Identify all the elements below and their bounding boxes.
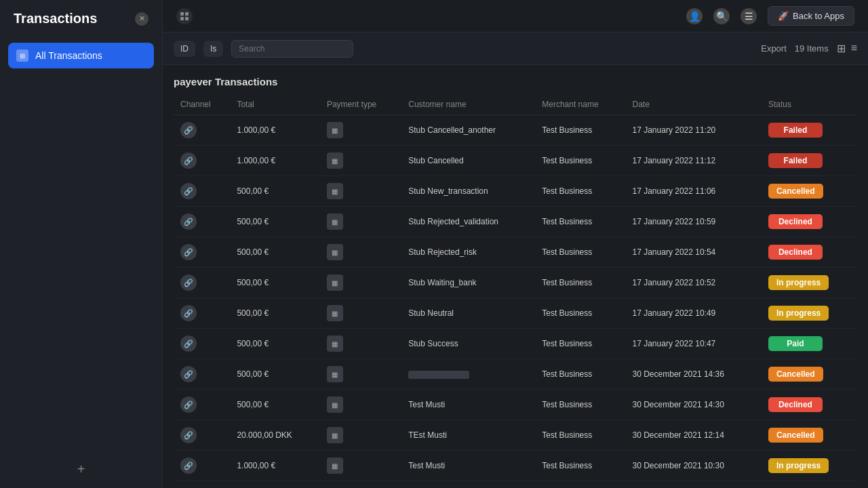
col-status: Status <box>762 94 857 115</box>
cell-status: Declined <box>762 207 857 237</box>
cell-status: Failed <box>762 115 857 146</box>
customer-name: Stub New_transaction <box>408 186 488 196</box>
col-total: Total <box>230 94 319 115</box>
export-button[interactable]: Export <box>761 43 787 54</box>
table-row[interactable]: 🔗 1.000,00 € ▦ Stub Cancelled Test Busin… <box>174 146 857 176</box>
payment-type-icon: ▦ <box>327 305 343 321</box>
customer-name: Test Musti <box>408 461 445 470</box>
cell-total: 500,00 € <box>230 237 319 268</box>
list-view-icon[interactable]: ≡ <box>851 42 857 55</box>
search-icon[interactable]: 🔍 <box>713 8 730 24</box>
cell-merchant-name: Test Business <box>535 268 625 298</box>
cell-customer-name: Stub Waiting_bank <box>401 268 535 298</box>
cell-payment-type: ▦ <box>320 420 401 451</box>
user-icon[interactable]: 👤 <box>686 8 703 24</box>
payment-type-icon: ▦ <box>327 214 343 230</box>
sidebar-header: Transactions ✕ <box>0 0 162 37</box>
sidebar-title: Transactions <box>14 11 97 26</box>
table-row[interactable]: 🔗 500,00 € ▦ Stub Neutral Test Business … <box>174 298 857 329</box>
cell-payment-type: ▦ <box>320 329 401 359</box>
id-filter[interactable]: ID <box>174 41 195 57</box>
cell-date: 30 December 2021 14:30 <box>626 390 762 420</box>
cell-date: 17 January 2022 10:52 <box>626 268 762 298</box>
payment-type-icon: ▦ <box>327 152 343 169</box>
status-badge: Failed <box>768 123 823 138</box>
cell-customer-name <box>401 359 535 390</box>
status-badge: Cancelled <box>768 367 823 382</box>
cell-status: Cancelled <box>762 176 857 207</box>
cell-total: 500,00 € <box>230 268 319 298</box>
col-channel: Channel <box>174 94 230 115</box>
cell-status: In progress <box>762 298 857 329</box>
main-content: 👤 🔍 ☰ 🚀 Back to Apps ID Is Export 19 Ite… <box>163 0 868 488</box>
cell-payment-type: ▦ <box>320 115 401 146</box>
cell-status: In progress <box>762 268 857 298</box>
table-row[interactable]: 🔗 500,00 € ▦ Test Musti Test Business 30… <box>174 390 857 420</box>
sidebar-item-label: All Transactions <box>35 50 102 61</box>
customer-name: Stub Rejected_validation <box>408 217 498 226</box>
cell-status: In progress <box>762 481 857 489</box>
search-input[interactable] <box>231 40 353 58</box>
status-badge: In progress <box>768 275 829 290</box>
payment-type-icon: ▦ <box>327 183 343 199</box>
cell-date: 17 January 2022 10:59 <box>626 207 762 237</box>
cell-merchant-name: Test Business <box>535 115 625 146</box>
table-row[interactable]: 🔗 500,00 € ▦ Stub Rejected_validation Te… <box>174 207 857 237</box>
id-filter-label: ID <box>180 44 189 54</box>
channel-icon: 🔗 <box>180 183 197 199</box>
table-row[interactable]: 🔗 500,00 € ▦ Test Business 30 December 2… <box>174 359 857 390</box>
cell-customer-name: Stub Cancelled <box>401 146 535 176</box>
sidebar-item-all-transactions[interactable]: ⊞ All Transactions <box>8 43 154 68</box>
app-icon <box>176 8 193 24</box>
col-merchant-name: Merchant name <box>535 94 625 115</box>
sidebar-close-button[interactable]: ✕ <box>135 12 149 26</box>
menu-icon[interactable]: ☰ <box>741 8 757 24</box>
view-toggle: ⊞ ≡ <box>837 42 857 55</box>
cell-status: In progress <box>762 451 857 481</box>
cell-payment-type: ▦ <box>320 237 401 268</box>
cell-customer-name: Test Musti <box>401 451 535 481</box>
sidebar: Transactions ✕ ⊞ All Transactions + <box>0 0 163 488</box>
cell-channel: 🔗 <box>174 481 230 489</box>
add-item-button[interactable]: + <box>73 461 90 477</box>
cell-payment-type: ▦ <box>320 390 401 420</box>
cell-merchant-name: Test Business <box>535 146 625 176</box>
cell-channel: 🔗 <box>174 207 230 237</box>
table-row[interactable]: 🔗 20.000,00 DKK ▦ TEst Musti Test Busine… <box>174 420 857 451</box>
customer-name: Stub Cancelled_another <box>408 125 496 135</box>
cell-merchant-name: Test Business <box>535 176 625 207</box>
is-filter-label: Is <box>210 44 216 54</box>
channel-icon: 🔗 <box>180 274 197 291</box>
payment-type-icon: ▦ <box>327 274 343 291</box>
cell-total: 1.000,00 € <box>230 451 319 481</box>
cell-channel: 🔗 <box>174 390 230 420</box>
channel-icon: 🔗 <box>180 336 197 352</box>
col-customer-name: Customer name <box>401 94 535 115</box>
back-to-apps-button[interactable]: 🚀 Back to Apps <box>768 6 854 26</box>
table-row[interactable]: 🔗 500,00 € ▦ Stub New_transaction Test B… <box>174 176 857 207</box>
table-row[interactable]: 🔗 1.000,00 € ▦ Test Musti Test Business … <box>174 451 857 481</box>
cell-status: Cancelled <box>762 420 857 451</box>
table-row[interactable]: 🔗 1.000,00 € ▦ Stub Cancelled_another Te… <box>174 115 857 146</box>
table-row[interactable]: 🔗 500,00 € ▦ Stub Rejected_risk Test Bus… <box>174 237 857 268</box>
cell-customer-name: Stub New_transaction <box>401 176 535 207</box>
is-filter[interactable]: Is <box>203 41 223 57</box>
cell-merchant-name: Test Business <box>535 420 625 451</box>
transactions-icon: ⊞ <box>16 49 28 62</box>
cell-channel: 🔗 <box>174 176 230 207</box>
status-badge: Cancelled <box>768 184 823 199</box>
payment-type-icon: ▦ <box>327 396 343 413</box>
table-header-row: Channel Total Payment type Customer name… <box>174 94 857 115</box>
grid-view-icon[interactable]: ⊞ <box>837 42 846 55</box>
cell-payment-type: ▦ <box>320 481 401 489</box>
customer-name: Stub Neutral <box>408 308 454 318</box>
svg-rect-3 <box>185 17 189 20</box>
status-badge: Declined <box>768 397 823 412</box>
customer-name: Stub Rejected_risk <box>408 247 477 257</box>
table-row[interactable]: 🔗 500,00 € ▦ Stub Waiting_bank Test Busi… <box>174 268 857 298</box>
table-row[interactable]: 🔗 1.000,00 € ▦ Test Musti Test Business … <box>174 481 857 489</box>
cell-merchant-name: Test Business <box>535 390 625 420</box>
filterbar-right: Export 19 Items ⊞ ≡ <box>761 42 857 55</box>
cell-payment-type: ▦ <box>320 359 401 390</box>
table-row[interactable]: 🔗 500,00 € ▦ Stub Success Test Business … <box>174 329 857 359</box>
